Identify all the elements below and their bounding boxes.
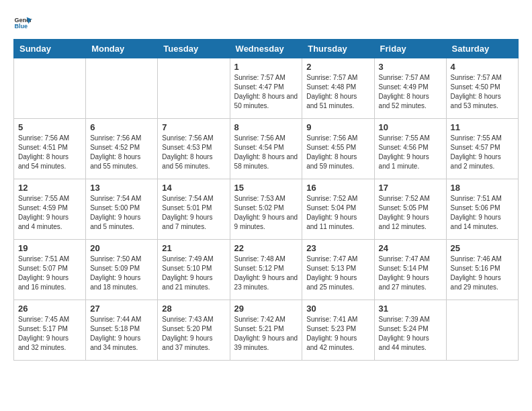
day-detail: Sunrise: 7:47 AM Sunset: 5:13 PM Dayligh… [306, 255, 369, 292]
day-number: 28 [162, 304, 225, 314]
day-detail: Sunrise: 7:56 AM Sunset: 4:55 PM Dayligh… [306, 134, 369, 171]
weekday-header-saturday: Saturday [446, 40, 518, 58]
day-number: 2 [306, 62, 369, 72]
day-cell-29: 29Sunrise: 7:42 AM Sunset: 5:21 PM Dayli… [230, 300, 302, 361]
day-detail: Sunrise: 7:56 AM Sunset: 4:54 PM Dayligh… [234, 134, 298, 171]
day-number: 7 [162, 122, 225, 132]
weekday-header-sunday: Sunday [14, 40, 86, 58]
day-detail: Sunrise: 7:51 AM Sunset: 5:07 PM Dayligh… [18, 255, 81, 292]
day-cell-22: 22Sunrise: 7:48 AM Sunset: 5:12 PM Dayli… [230, 240, 302, 300]
day-cell-17: 17Sunrise: 7:52 AM Sunset: 5:05 PM Dayli… [374, 179, 446, 240]
day-number: 20 [90, 243, 153, 253]
day-number: 22 [234, 243, 298, 253]
day-number: 5 [18, 122, 81, 132]
day-detail: Sunrise: 7:57 AM Sunset: 4:50 PM Dayligh… [451, 73, 514, 111]
day-detail: Sunrise: 7:50 AM Sunset: 5:09 PM Dayligh… [90, 255, 153, 292]
day-number: 16 [306, 183, 369, 193]
day-detail: Sunrise: 7:57 AM Sunset: 4:47 PM Dayligh… [234, 73, 298, 111]
day-detail: Sunrise: 7:55 AM Sunset: 4:57 PM Dayligh… [451, 134, 514, 171]
day-number: 24 [379, 243, 442, 253]
day-cell-4: 4Sunrise: 7:57 AM Sunset: 4:50 PM Daylig… [446, 58, 518, 119]
day-cell-6: 6Sunrise: 7:56 AM Sunset: 4:52 PM Daylig… [86, 119, 158, 179]
day-number: 3 [379, 62, 442, 72]
day-cell-18: 18Sunrise: 7:51 AM Sunset: 5:06 PM Dayli… [446, 179, 518, 240]
day-detail: Sunrise: 7:51 AM Sunset: 5:06 PM Dayligh… [451, 194, 514, 232]
day-number: 9 [306, 122, 369, 132]
day-cell-7: 7Sunrise: 7:56 AM Sunset: 4:53 PM Daylig… [158, 119, 230, 179]
day-cell-28: 28Sunrise: 7:43 AM Sunset: 5:20 PM Dayli… [158, 300, 230, 361]
day-cell-31: 31Sunrise: 7:39 AM Sunset: 5:24 PM Dayli… [374, 300, 446, 361]
day-number: 11 [451, 122, 514, 132]
day-detail: Sunrise: 7:46 AM Sunset: 5:16 PM Dayligh… [451, 255, 514, 292]
day-number: 1 [234, 62, 298, 72]
day-cell-25: 25Sunrise: 7:46 AM Sunset: 5:16 PM Dayli… [446, 240, 518, 300]
day-detail: Sunrise: 7:53 AM Sunset: 5:02 PM Dayligh… [234, 194, 298, 232]
weekday-header-friday: Friday [374, 40, 446, 58]
day-detail: Sunrise: 7:52 AM Sunset: 5:04 PM Dayligh… [306, 194, 369, 232]
day-cell-21: 21Sunrise: 7:49 AM Sunset: 5:10 PM Dayli… [158, 240, 230, 300]
day-number: 12 [18, 183, 81, 193]
day-detail: Sunrise: 7:39 AM Sunset: 5:24 PM Dayligh… [379, 315, 442, 353]
day-cell-12: 12Sunrise: 7:55 AM Sunset: 4:59 PM Dayli… [14, 179, 86, 240]
day-cell-15: 15Sunrise: 7:53 AM Sunset: 5:02 PM Dayli… [230, 179, 302, 240]
day-detail: Sunrise: 7:47 AM Sunset: 5:14 PM Dayligh… [379, 255, 442, 292]
day-number: 15 [234, 183, 298, 193]
day-number: 21 [162, 243, 225, 253]
week-row-2: 5Sunrise: 7:56 AM Sunset: 4:51 PM Daylig… [14, 119, 519, 179]
day-detail: Sunrise: 7:44 AM Sunset: 5:18 PM Dayligh… [90, 315, 153, 353]
day-number: 4 [451, 62, 514, 72]
day-detail: Sunrise: 7:49 AM Sunset: 5:10 PM Dayligh… [162, 255, 225, 292]
day-cell-9: 9Sunrise: 7:56 AM Sunset: 4:55 PM Daylig… [302, 119, 374, 179]
day-number: 18 [451, 183, 514, 193]
empty-cell [86, 58, 158, 119]
week-row-4: 19Sunrise: 7:51 AM Sunset: 5:07 PM Dayli… [14, 240, 519, 300]
day-cell-24: 24Sunrise: 7:47 AM Sunset: 5:14 PM Dayli… [374, 240, 446, 300]
day-detail: Sunrise: 7:42 AM Sunset: 5:21 PM Dayligh… [234, 315, 298, 353]
day-cell-16: 16Sunrise: 7:52 AM Sunset: 5:04 PM Dayli… [302, 179, 374, 240]
day-cell-5: 5Sunrise: 7:56 AM Sunset: 4:51 PM Daylig… [14, 119, 86, 179]
day-number: 17 [379, 183, 442, 193]
day-detail: Sunrise: 7:54 AM Sunset: 5:00 PM Dayligh… [90, 194, 153, 232]
day-cell-23: 23Sunrise: 7:47 AM Sunset: 5:13 PM Dayli… [302, 240, 374, 300]
day-detail: Sunrise: 7:55 AM Sunset: 4:59 PM Dayligh… [18, 194, 81, 232]
day-detail: Sunrise: 7:56 AM Sunset: 4:51 PM Dayligh… [18, 134, 81, 171]
svg-text:Blue: Blue [14, 23, 28, 30]
day-detail: Sunrise: 7:56 AM Sunset: 4:52 PM Dayligh… [90, 134, 153, 171]
weekday-header-wednesday: Wednesday [230, 40, 302, 58]
day-detail: Sunrise: 7:55 AM Sunset: 4:56 PM Dayligh… [379, 134, 442, 171]
day-number: 29 [234, 304, 298, 314]
day-detail: Sunrise: 7:41 AM Sunset: 5:23 PM Dayligh… [306, 315, 369, 353]
day-detail: Sunrise: 7:52 AM Sunset: 5:05 PM Dayligh… [379, 194, 442, 232]
day-cell-26: 26Sunrise: 7:45 AM Sunset: 5:17 PM Dayli… [14, 300, 86, 361]
day-cell-11: 11Sunrise: 7:55 AM Sunset: 4:57 PM Dayli… [446, 119, 518, 179]
week-row-5: 26Sunrise: 7:45 AM Sunset: 5:17 PM Dayli… [14, 300, 519, 361]
day-detail: Sunrise: 7:57 AM Sunset: 4:48 PM Dayligh… [306, 73, 369, 111]
day-cell-19: 19Sunrise: 7:51 AM Sunset: 5:07 PM Dayli… [14, 240, 86, 300]
day-cell-8: 8Sunrise: 7:56 AM Sunset: 4:54 PM Daylig… [230, 119, 302, 179]
weekday-header-row: SundayMondayTuesdayWednesdayThursdayFrid… [14, 40, 519, 58]
day-number: 19 [18, 243, 81, 253]
empty-cell [158, 58, 230, 119]
day-number: 13 [90, 183, 153, 193]
day-detail: Sunrise: 7:48 AM Sunset: 5:12 PM Dayligh… [234, 255, 298, 292]
day-cell-13: 13Sunrise: 7:54 AM Sunset: 5:00 PM Dayli… [86, 179, 158, 240]
day-number: 31 [379, 304, 442, 314]
day-cell-2: 2Sunrise: 7:57 AM Sunset: 4:48 PM Daylig… [302, 58, 374, 119]
day-detail: Sunrise: 7:45 AM Sunset: 5:17 PM Dayligh… [18, 315, 81, 353]
empty-cell [14, 58, 86, 119]
day-number: 27 [90, 304, 153, 314]
day-detail: Sunrise: 7:57 AM Sunset: 4:49 PM Dayligh… [379, 73, 442, 111]
weekday-header-thursday: Thursday [302, 40, 374, 58]
day-cell-27: 27Sunrise: 7:44 AM Sunset: 5:18 PM Dayli… [86, 300, 158, 361]
week-row-3: 12Sunrise: 7:55 AM Sunset: 4:59 PM Dayli… [14, 179, 519, 240]
weekday-header-tuesday: Tuesday [158, 40, 230, 58]
calendar-table: SundayMondayTuesdayWednesdayThursdayFrid… [13, 39, 519, 361]
day-number: 25 [451, 243, 514, 253]
day-cell-20: 20Sunrise: 7:50 AM Sunset: 5:09 PM Dayli… [86, 240, 158, 300]
day-number: 6 [90, 122, 153, 132]
day-number: 23 [306, 243, 369, 253]
header: General Blue [13, 13, 519, 32]
day-cell-14: 14Sunrise: 7:54 AM Sunset: 5:01 PM Dayli… [158, 179, 230, 240]
day-number: 30 [306, 304, 369, 314]
day-cell-10: 10Sunrise: 7:55 AM Sunset: 4:56 PM Dayli… [374, 119, 446, 179]
